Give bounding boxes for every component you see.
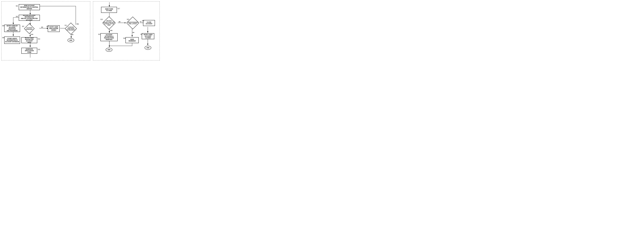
node-513: NOTIFY USERRESTRICTED ACCOUNTOPEN [22,37,37,43]
node-521: ACCOUNTACTIVATED &RESTRICTIONSREMOVED [100,33,118,41]
ref-507: 507 [22,26,24,27]
node-515: GENERATEAPPLICATIONFORM [22,48,37,54]
node-525: CLOSEACCOUNT [143,20,155,26]
ref-509: 509 [46,26,49,27]
node-517: SEND FORMTO USER [101,7,117,13]
node-503: RECEIVE ACCOUNT INFORMATIONAND SET UP RE… [19,15,40,21]
ref-523: 523 [127,19,129,20]
end-oval-3: END [145,46,151,50]
svg-text:NO: NO [72,34,73,35]
svg-text:YES: YES [76,23,79,25]
end-oval-1: END [68,38,74,42]
left-diagram: NO YES YES NO SEND ACCOUNT INFORMATION T… [1,1,90,60]
right-diagram: YES NO YES NO SEND FORMTO USER 5 [93,1,160,60]
ref-513: 513 [38,38,40,40]
svg-text:NO: NO [41,26,43,28]
node-507: ACCOUNTAPPROVED? [24,25,34,32]
svg-text:NO: NO [119,21,120,22]
ref-505: 505 [2,25,4,26]
node-519: RECEIVESIGNED FORM WITHFUNDING WITHINTIM… [100,19,118,27]
ref-525: 525 [142,20,144,22]
node-505: NOTIFY USER OFACCOUNT IDENTIFIERAND PASS… [4,25,20,32]
ref-511: 511 [65,25,67,26]
ref-506: 506 [2,37,4,38]
ref-503: 503 [16,16,18,17]
ref-517: 517 [118,8,120,9]
node-501: SEND ACCOUNT INFORMATION TO CENTRAL SERV… [19,4,40,10]
ref-515: 515 [38,49,40,50]
ref-529: 529 [123,38,126,39]
node-529: SENDREMINDER [126,37,139,43]
end-oval-2: END [106,48,112,52]
node-527: NOTIFY USERACCOUNT CLOSED [142,33,154,39]
node-506: STORE USER'SINFORMATION INACCOUNT DATABA… [4,36,20,44]
ref-519: 519 [100,19,103,20]
svg-text:NO: NO [132,32,134,33]
node-509: NOTIFY USERAPPLICATIONDENIED [48,25,60,32]
svg-text:YES: YES [110,30,112,31]
svg-text:YES: YES [31,34,33,35]
ref-521: 521 [98,34,100,35]
ref-527: 527 [140,34,143,35]
ref-501: 501 [16,5,18,7]
